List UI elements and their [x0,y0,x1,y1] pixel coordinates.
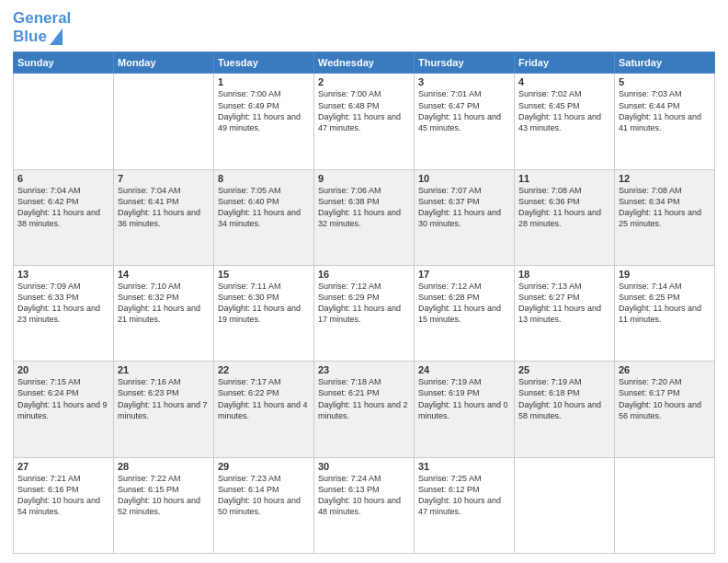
day-number: 18 [518,269,610,280]
day-info: Sunrise: 7:08 AM Sunset: 6:34 PM Dayligh… [619,185,711,230]
day-info: Sunrise: 7:04 AM Sunset: 6:41 PM Dayligh… [118,185,210,230]
calendar-cell: 15Sunrise: 7:11 AM Sunset: 6:30 PM Dayli… [214,266,314,362]
day-info: Sunrise: 7:24 AM Sunset: 6:13 PM Dayligh… [318,473,410,518]
day-info: Sunrise: 7:13 AM Sunset: 6:27 PM Dayligh… [518,281,610,326]
day-number: 22 [218,364,310,375]
page: General Blue SundayMondayTuesdayWednesda… [0,0,728,563]
calendar-cell: 1Sunrise: 7:00 AM Sunset: 6:49 PM Daylig… [214,74,314,169]
logo-triangle-icon [50,29,63,45]
calendar-cell: 24Sunrise: 7:19 AM Sunset: 6:19 PM Dayli… [415,362,515,457]
day-number: 17 [418,269,510,280]
day-number: 26 [619,364,711,375]
day-number: 29 [218,461,310,472]
calendar-cell: 20Sunrise: 7:15 AM Sunset: 6:24 PM Dayli… [14,362,114,457]
day-info: Sunrise: 7:17 AM Sunset: 6:22 PM Dayligh… [218,376,310,421]
calendar-cell: 30Sunrise: 7:24 AM Sunset: 6:13 PM Dayli… [314,457,415,553]
day-number: 3 [418,76,510,87]
day-info: Sunrise: 7:02 AM Sunset: 6:45 PM Dayligh… [518,88,610,133]
day-number: 4 [518,76,610,87]
calendar-row: 6Sunrise: 7:04 AM Sunset: 6:42 PM Daylig… [14,169,715,265]
calendar-cell: 10Sunrise: 7:07 AM Sunset: 6:37 PM Dayli… [415,169,515,265]
calendar-cell: 23Sunrise: 7:18 AM Sunset: 6:21 PM Dayli… [314,362,415,457]
calendar-cell: 11Sunrise: 7:08 AM Sunset: 6:36 PM Dayli… [515,169,615,265]
calendar-cell: 28Sunrise: 7:22 AM Sunset: 6:15 PM Dayli… [114,457,214,553]
calendar-cell: 12Sunrise: 7:08 AM Sunset: 6:34 PM Dayli… [615,169,715,265]
day-number: 5 [619,76,711,87]
day-number: 14 [118,269,210,280]
day-info: Sunrise: 7:12 AM Sunset: 6:28 PM Dayligh… [418,281,510,326]
day-number: 31 [418,461,510,472]
day-number: 2 [318,76,410,87]
day-info: Sunrise: 7:21 AM Sunset: 6:16 PM Dayligh… [17,473,109,518]
calendar-cell: 21Sunrise: 7:16 AM Sunset: 6:23 PM Dayli… [114,362,214,457]
day-number: 30 [318,461,410,472]
day-number: 27 [17,461,109,472]
day-info: Sunrise: 7:07 AM Sunset: 6:37 PM Dayligh… [418,185,510,230]
calendar-cell: 22Sunrise: 7:17 AM Sunset: 6:22 PM Dayli… [214,362,314,457]
day-number: 23 [318,364,410,375]
calendar-day-header: Saturday [615,52,715,74]
day-info: Sunrise: 7:08 AM Sunset: 6:36 PM Dayligh… [518,185,610,230]
day-number: 15 [218,269,310,280]
day-info: Sunrise: 7:18 AM Sunset: 6:21 PM Dayligh… [318,376,410,421]
calendar-cell [515,457,615,553]
day-number: 28 [118,461,210,472]
calendar-cell: 3Sunrise: 7:01 AM Sunset: 6:47 PM Daylig… [415,74,515,169]
calendar-cell [615,457,715,553]
calendar-day-header: Monday [114,52,214,74]
day-number: 24 [418,364,510,375]
calendar-cell: 5Sunrise: 7:03 AM Sunset: 6:44 PM Daylig… [615,74,715,169]
calendar-cell [14,74,114,169]
day-info: Sunrise: 7:05 AM Sunset: 6:40 PM Dayligh… [218,185,310,230]
day-number: 8 [218,173,310,184]
day-info: Sunrise: 7:04 AM Sunset: 6:42 PM Dayligh… [17,185,109,230]
day-info: Sunrise: 7:23 AM Sunset: 6:14 PM Dayligh… [218,473,310,518]
calendar-row: 1Sunrise: 7:00 AM Sunset: 6:49 PM Daylig… [14,74,715,169]
day-info: Sunrise: 7:00 AM Sunset: 6:48 PM Dayligh… [318,88,410,133]
day-number: 21 [118,364,210,375]
calendar-cell: 26Sunrise: 7:20 AM Sunset: 6:17 PM Dayli… [615,362,715,457]
svg-marker-0 [50,29,63,45]
calendar-table: SundayMondayTuesdayWednesdayThursdayFrid… [13,52,715,554]
calendar-day-header: Sunday [14,52,114,74]
logo: General Blue [13,9,71,46]
day-info: Sunrise: 7:20 AM Sunset: 6:17 PM Dayligh… [619,376,711,421]
day-number: 25 [518,364,610,375]
day-info: Sunrise: 7:10 AM Sunset: 6:32 PM Dayligh… [118,281,210,326]
day-number: 1 [218,76,310,87]
calendar-day-header: Tuesday [214,52,314,74]
logo-general: General [13,9,71,27]
day-info: Sunrise: 7:14 AM Sunset: 6:25 PM Dayligh… [619,281,711,326]
day-number: 16 [318,269,410,280]
calendar-cell [114,74,214,169]
calendar-cell: 9Sunrise: 7:06 AM Sunset: 6:38 PM Daylig… [314,169,415,265]
day-number: 20 [17,364,109,375]
calendar-cell: 2Sunrise: 7:00 AM Sunset: 6:48 PM Daylig… [314,74,415,169]
day-info: Sunrise: 7:00 AM Sunset: 6:49 PM Dayligh… [218,88,310,133]
calendar-row: 20Sunrise: 7:15 AM Sunset: 6:24 PM Dayli… [14,362,715,457]
logo-text: General Blue [13,9,71,46]
calendar-cell: 4Sunrise: 7:02 AM Sunset: 6:45 PM Daylig… [515,74,615,169]
day-info: Sunrise: 7:25 AM Sunset: 6:12 PM Dayligh… [418,473,510,518]
day-info: Sunrise: 7:03 AM Sunset: 6:44 PM Dayligh… [619,88,711,133]
calendar-cell: 8Sunrise: 7:05 AM Sunset: 6:40 PM Daylig… [214,169,314,265]
calendar-day-header: Wednesday [314,52,415,74]
day-number: 19 [619,269,711,280]
calendar-cell: 19Sunrise: 7:14 AM Sunset: 6:25 PM Dayli… [615,266,715,362]
calendar-cell: 16Sunrise: 7:12 AM Sunset: 6:29 PM Dayli… [314,266,415,362]
day-number: 9 [318,173,410,184]
day-info: Sunrise: 7:11 AM Sunset: 6:30 PM Dayligh… [218,281,310,326]
calendar-cell: 27Sunrise: 7:21 AM Sunset: 6:16 PM Dayli… [14,457,114,553]
calendar-day-header: Friday [515,52,615,74]
calendar-cell: 13Sunrise: 7:09 AM Sunset: 6:33 PM Dayli… [14,266,114,362]
day-info: Sunrise: 7:19 AM Sunset: 6:19 PM Dayligh… [418,376,510,421]
calendar-cell: 18Sunrise: 7:13 AM Sunset: 6:27 PM Dayli… [515,266,615,362]
day-info: Sunrise: 7:19 AM Sunset: 6:18 PM Dayligh… [518,376,610,421]
calendar-header-row: SundayMondayTuesdayWednesdayThursdayFrid… [14,52,715,74]
calendar-cell: 6Sunrise: 7:04 AM Sunset: 6:42 PM Daylig… [14,169,114,265]
header: General Blue [13,9,715,46]
calendar-row: 13Sunrise: 7:09 AM Sunset: 6:33 PM Dayli… [14,266,715,362]
day-info: Sunrise: 7:09 AM Sunset: 6:33 PM Dayligh… [17,281,109,326]
calendar-day-header: Thursday [415,52,515,74]
day-number: 13 [17,269,109,280]
